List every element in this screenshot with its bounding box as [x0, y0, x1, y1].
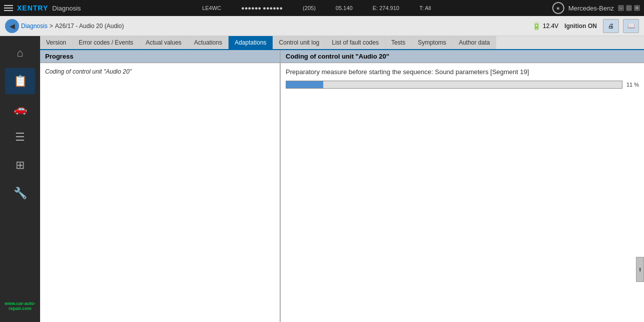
left-panel-content: Coding of control unit "Audio 20": [40, 63, 280, 322]
tab-actual-values[interactable]: Actual values: [140, 36, 188, 49]
tools-icon: 🔧: [14, 187, 27, 200]
sidebar-item-car[interactable]: 🚗: [5, 96, 35, 122]
left-panel-header: Progress: [40, 50, 280, 63]
sidebar-item-tools[interactable]: 🔧: [5, 180, 35, 206]
tab-symptoms[interactable]: Symptoms: [412, 36, 453, 49]
tab-error-codes[interactable]: Error codes / Events: [73, 36, 140, 49]
print-icon: 🖨: [608, 23, 614, 30]
progress-percent-label: 11 %: [626, 82, 639, 88]
progress-bar-outer: [286, 81, 622, 89]
right-panel-wrapper: Coding of control unit "Audio 20" Prepar…: [281, 50, 644, 322]
coding-content: Preparatory measure before starting the …: [281, 63, 644, 94]
coding-description: Preparatory measure before starting the …: [286, 68, 639, 76]
sidebar-bottom: www.car-auto-repair.com: [0, 299, 40, 318]
print-button[interactable]: 🖨: [603, 19, 619, 33]
right-panel: Coding of control unit "Audio 20" Prepar…: [281, 50, 644, 94]
close-button[interactable]: ✕: [634, 5, 640, 11]
progress-item: Coding of control unit "Audio 20": [45, 68, 275, 75]
sidebar: ⌂ 📋 🚗 ☰ ⊞ 🔧 www.car-auto-repair.com: [0, 36, 40, 322]
sidebar-item-grid[interactable]: ⊞: [5, 152, 35, 178]
tab-adaptations[interactable]: Adaptations: [229, 36, 273, 49]
breadcrumb-diagnosis[interactable]: Diagnosis: [21, 23, 48, 30]
breadcrumb-current: A26/17 - Audio 20 (Audio): [55, 23, 124, 30]
tab-actuations[interactable]: Actuations: [188, 36, 229, 49]
list-icon: ☰: [15, 131, 25, 144]
title-bar-left: XENTRY Diagnosis: [4, 4, 81, 12]
title-bar-center: LE4WC ●●●●●● ●●●●●● (205) 05.140 E: 274.…: [202, 5, 431, 11]
vehicle-id: LE4WC: [202, 5, 221, 11]
car-diagnostic-icon: 🚗: [14, 103, 27, 116]
tabs-bar: Version Error codes / Events Actual valu…: [40, 36, 644, 50]
mercedes-logo: ★: [552, 2, 564, 14]
main-layout: ⌂ 📋 🚗 ☰ ⊞ 🔧 www.car-auto-repair.com Vers…: [0, 36, 644, 322]
title-bar: XENTRY Diagnosis LE4WC ●●●●●● ●●●●●● (20…: [0, 0, 644, 16]
minimize-button[interactable]: −: [618, 5, 624, 11]
tab-version[interactable]: Version: [40, 36, 73, 49]
code1: (205): [303, 5, 316, 11]
panels: Progress Coding of control unit "Audio 2…: [40, 50, 644, 322]
xentry-logo: XENTRY: [17, 4, 48, 12]
grid-icon: ⊞: [16, 159, 25, 172]
book-icon: 📖: [627, 23, 635, 30]
tab-tests[interactable]: Tests: [385, 36, 412, 49]
right-panel-header: Coding of control unit "Audio 20": [281, 50, 644, 63]
left-panel: Progress Coding of control unit "Audio 2…: [40, 50, 281, 322]
tab-author-data[interactable]: Author data: [453, 36, 496, 49]
sidebar-item-list[interactable]: ☰: [5, 124, 35, 150]
website-label: www.car-auto-repair.com: [0, 299, 40, 313]
back-button[interactable]: ◀: [5, 19, 19, 33]
mercedes-area: ★ Mercedes-Benz: [552, 2, 614, 14]
brand-name: Mercedes-Benz: [568, 5, 614, 12]
header-icons: 🖨 📖: [603, 19, 639, 33]
maximize-button[interactable]: □: [626, 5, 632, 11]
battery-info: 🔋 12.4V: [532, 22, 558, 30]
back-arrow-icon: ◀: [10, 22, 15, 30]
book-button[interactable]: 📖: [623, 19, 639, 33]
tab-fault-codes[interactable]: List of fault codes: [326, 36, 385, 49]
vehicle-masked: ●●●●●● ●●●●●●: [241, 5, 283, 11]
scroll-arrow-icon: ⬆: [638, 267, 642, 272]
breadcrumb-separator: >: [50, 23, 53, 30]
t-value: T: All: [419, 5, 431, 11]
header-right: 🔋 12.4V Ignition ON 🖨 📖: [532, 19, 639, 33]
window-controls[interactable]: − □ ✕: [618, 5, 640, 11]
hamburger-menu[interactable]: [4, 5, 13, 11]
clipboard-icon: 📋: [14, 75, 27, 88]
code2: 05.140: [336, 5, 353, 11]
breadcrumb: ◀ Diagnosis > A26/17 - Audio 20 (Audio): [5, 19, 124, 33]
title-bar-right: ★ Mercedes-Benz − □ ✕: [552, 2, 640, 14]
content-area: Version Error codes / Events Actual valu…: [40, 36, 644, 322]
progress-bar-container: 11 %: [286, 81, 639, 89]
battery-icon: 🔋: [532, 22, 541, 30]
scroll-indicator[interactable]: ⬆: [636, 257, 644, 282]
e-value: E: 274.910: [372, 5, 399, 11]
progress-bar-fill: [286, 81, 323, 88]
battery-voltage: 12.4V: [543, 23, 558, 30]
home-icon: ⌂: [17, 47, 23, 60]
tab-control-unit-log[interactable]: Control unit log: [273, 36, 326, 49]
diagnosis-label: Diagnosis: [52, 5, 81, 12]
header-bar: ◀ Diagnosis > A26/17 - Audio 20 (Audio) …: [0, 16, 644, 36]
ignition-status: Ignition ON: [564, 23, 597, 30]
sidebar-item-home[interactable]: ⌂: [5, 40, 35, 66]
sidebar-item-clipboard[interactable]: 📋: [5, 68, 35, 94]
